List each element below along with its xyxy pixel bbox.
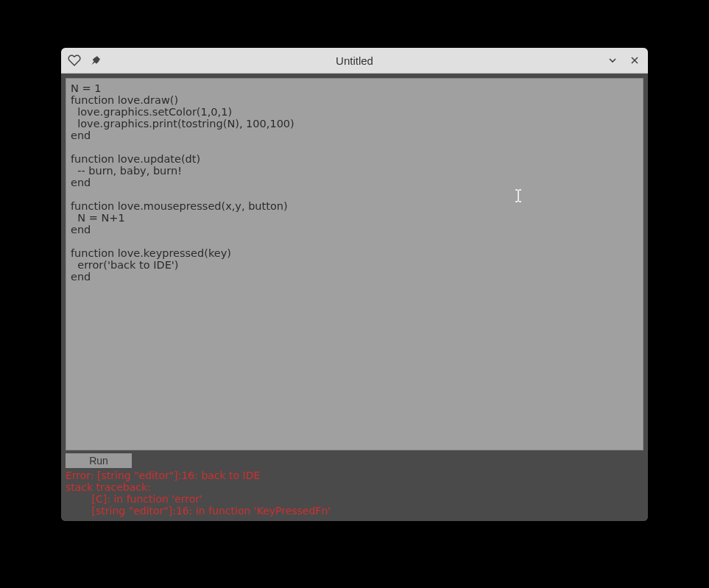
code-content: N = 1 function love.draw() love.graphics… xyxy=(71,82,294,283)
chevron-down-icon[interactable] xyxy=(605,53,620,68)
titlebar-right xyxy=(605,53,642,68)
pin-icon[interactable] xyxy=(88,53,102,68)
bottom-panel: Run Error: [string "editor"]:16: back to… xyxy=(61,450,648,521)
titlebar: Untitled xyxy=(61,48,648,74)
code-editor[interactable]: N = 1 function love.draw() love.graphics… xyxy=(66,78,643,450)
window-title: Untitled xyxy=(61,54,648,67)
heart-icon[interactable] xyxy=(67,53,82,68)
text-cursor-icon xyxy=(515,189,521,202)
editor-window: Untitled N = 1 function love.draw() love… xyxy=(61,48,648,521)
close-icon[interactable] xyxy=(627,53,642,68)
titlebar-left xyxy=(61,53,102,68)
run-button[interactable]: Run xyxy=(66,453,132,468)
error-output: Error: [string "editor"]:16: back to IDE… xyxy=(66,470,643,517)
